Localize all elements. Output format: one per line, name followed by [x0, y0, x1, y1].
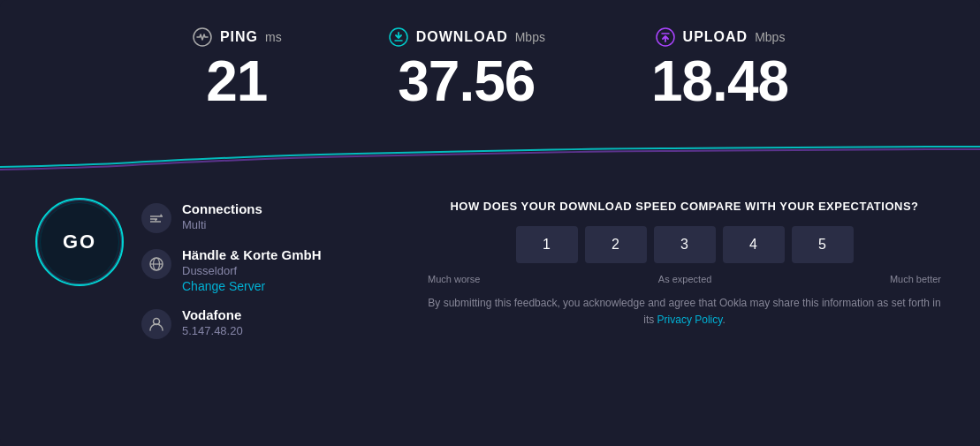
rating-label-right: Much better	[890, 274, 941, 284]
speedtest-app: PING ms 21 DOWNLOAD Mbps 37.56	[0, 0, 980, 446]
main-content: GO C	[0, 180, 980, 446]
speed-graph	[0, 127, 980, 180]
ping-unit: ms	[265, 30, 282, 44]
go-button[interactable]: GO	[35, 198, 124, 286]
feedback-disclaimer: By submitting this feedback, you acknowl…	[424, 295, 945, 329]
ping-header: PING ms	[192, 26, 282, 48]
rating-3[interactable]: 3	[654, 226, 716, 263]
privacy-policy-link[interactable]: Privacy Policy	[657, 314, 723, 326]
server-location: Dusseldorf	[182, 264, 322, 277]
isp-ip: 5.147.48.20	[182, 324, 243, 337]
isp-name: Vodafone	[182, 307, 243, 322]
connections-icon	[148, 210, 164, 226]
ping-metric: PING ms 21	[192, 26, 282, 110]
isp-row: Vodafone 5.147.48.20	[141, 307, 322, 339]
svg-marker-6	[160, 214, 163, 216]
upload-value: 18.48	[651, 53, 788, 110]
upload-metric: UPLOAD Mbps 18.48	[651, 26, 788, 110]
download-header: DOWNLOAD Mbps	[388, 26, 545, 48]
globe-icon	[148, 256, 164, 272]
feedback-section: HOW DOES YOUR DOWNLOAD SPEED COMPARE WIT…	[424, 198, 945, 329]
rating-label-center: As expected	[480, 274, 890, 284]
ping-icon	[192, 26, 213, 48]
server-icon-container	[141, 249, 171, 279]
server-info: Connections Multi Händle & Korte	[141, 201, 322, 339]
connections-icon-container	[141, 203, 171, 233]
svg-point-0	[194, 28, 211, 46]
isp-icon-container	[141, 309, 171, 339]
download-label: DOWNLOAD	[416, 29, 508, 45]
connections-text: Connections Multi	[182, 201, 262, 231]
rating-label-left: Much worse	[428, 274, 480, 284]
rating-4[interactable]: 4	[723, 226, 785, 263]
download-icon	[388, 26, 409, 48]
server-text: Händle & Korte GmbH Dusseldorf Change Se…	[182, 247, 322, 293]
download-unit: Mbps	[515, 30, 545, 44]
rating-row: 1 2 3 4 5	[424, 226, 945, 263]
feedback-title: HOW DOES YOUR DOWNLOAD SPEED COMPARE WIT…	[424, 198, 945, 215]
disclaimer-end: .	[722, 314, 725, 326]
isp-text: Vodafone 5.147.48.20	[182, 307, 243, 337]
ping-value: 21	[206, 53, 267, 110]
upload-header: UPLOAD Mbps	[655, 26, 786, 48]
upload-label: UPLOAD	[683, 29, 748, 45]
go-button-container: GO	[35, 198, 124, 286]
rating-5[interactable]: 5	[792, 226, 854, 263]
ping-label: PING	[220, 29, 258, 45]
upload-icon	[655, 26, 676, 48]
go-label: GO	[63, 231, 96, 253]
change-server-link[interactable]: Change Server	[182, 279, 322, 293]
connections-title: Connections	[182, 201, 262, 216]
server-name: Händle & Korte GmbH	[182, 247, 322, 262]
upload-unit: Mbps	[755, 30, 785, 44]
left-section: GO C	[35, 198, 389, 339]
server-row: Händle & Korte GmbH Dusseldorf Change Se…	[141, 247, 322, 293]
rating-2[interactable]: 2	[585, 226, 647, 263]
download-metric: DOWNLOAD Mbps 37.56	[388, 26, 545, 110]
download-value: 37.56	[398, 53, 535, 110]
rating-labels: Much worse As expected Much better	[424, 274, 945, 284]
connections-value: Multi	[182, 218, 262, 231]
rating-1[interactable]: 1	[516, 226, 578, 263]
person-icon	[148, 316, 164, 332]
metrics-section: PING ms 21 DOWNLOAD Mbps 37.56	[0, 0, 980, 127]
connections-row: Connections Multi	[141, 201, 322, 233]
